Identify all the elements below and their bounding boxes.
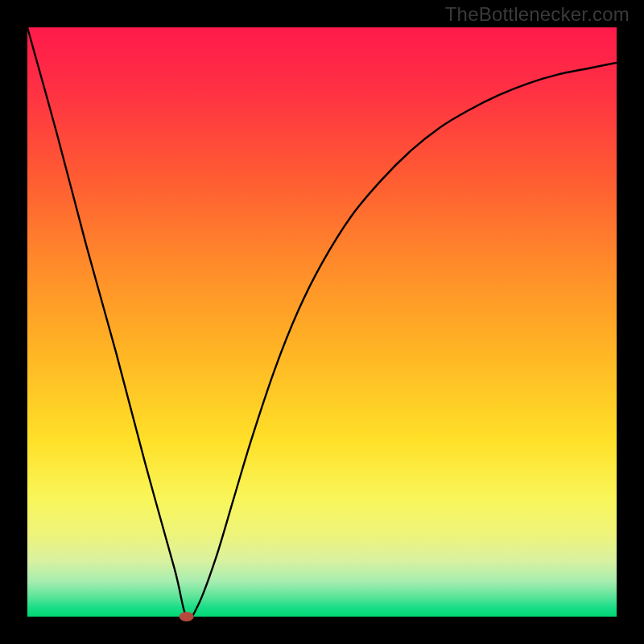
watermark-text: TheBottlenecker.com	[445, 3, 630, 26]
optimal-point-marker	[180, 612, 194, 621]
plot-background	[27, 27, 617, 617]
chart-frame: TheBottlenecker.com	[0, 0, 644, 644]
bottleneck-chart	[0, 0, 644, 644]
